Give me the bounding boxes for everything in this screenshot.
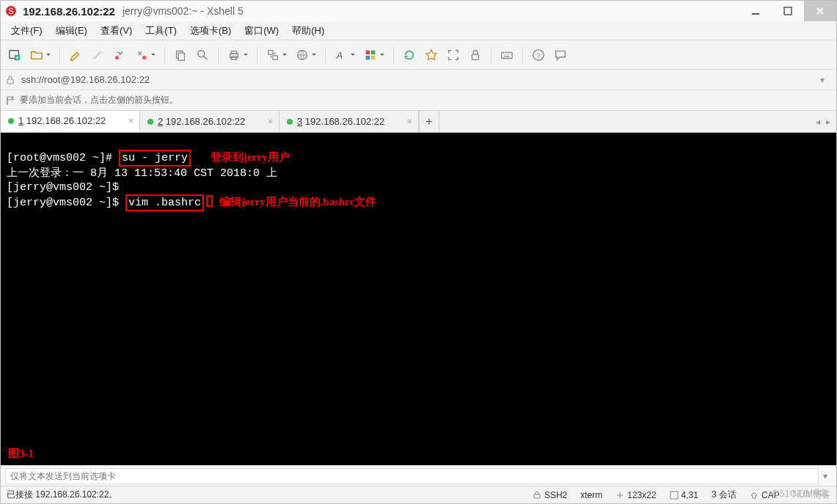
highlighted-command: su - jerry [119, 150, 191, 167]
menu-view[interactable]: 查看(V) [95, 21, 138, 40]
address-bar: ▾ [1, 70, 836, 90]
close-button[interactable] [804, 1, 836, 21]
title-rest: jerry@vms002:~ - Xshell 5 [123, 5, 244, 17]
annotation: 编辑jerry用户当前的.bashrc文件 [219, 196, 376, 208]
session-hint-bar: 要添加当前会话，点击左侧的箭头按钮。 [1, 90, 836, 111]
svg-rect-28 [534, 494, 540, 498]
status-sessions: 3 会话 [712, 489, 737, 501]
svg-point-8 [142, 55, 146, 59]
menu-bar: 文件(F) 编辑(E) 查看(V) 工具(T) 选项卡(B) 窗口(W) 帮助(… [1, 21, 836, 40]
tab-3[interactable]: 3 192.168.26.102:22 × [279, 111, 419, 132]
svg-rect-21 [366, 55, 370, 59]
tab-1[interactable]: 1 192.168.26.102:22 × [1, 111, 140, 132]
highlighted-command: vim .bashrc [125, 194, 204, 211]
refresh-icon[interactable] [400, 45, 419, 65]
hint-text: 要添加当前会话，点击左侧的箭头按钮。 [20, 94, 178, 106]
ssh-lock-icon [5, 75, 15, 85]
status-bar: 已接接 192.168.26.102:22。 SSH2 xterm 123x22… [1, 486, 836, 503]
menu-edit[interactable]: 编辑(E) [50, 21, 93, 40]
svg-rect-10 [178, 53, 184, 60]
color-scheme-icon[interactable] [361, 45, 387, 65]
fullscreen-icon[interactable] [444, 45, 463, 65]
address-dropdown-icon[interactable]: ▾ [820, 75, 832, 85]
open-folder-icon[interactable] [27, 45, 54, 65]
status-size: 123x22 [615, 490, 656, 500]
chat-icon[interactable] [551, 45, 570, 65]
menu-tabs[interactable]: 选项卡(B) [184, 21, 237, 40]
lock-icon[interactable] [466, 45, 485, 65]
svg-rect-29 [670, 492, 678, 499]
svg-rect-2 [752, 13, 759, 15]
maximize-button[interactable] [772, 1, 804, 21]
new-tab-button[interactable]: + [419, 111, 439, 132]
svg-rect-20 [371, 50, 375, 54]
status-term: xterm [580, 490, 602, 500]
tab-prev-icon[interactable]: ◂ [816, 117, 820, 127]
svg-rect-15 [268, 50, 273, 54]
status-num: NUM博客 [793, 489, 830, 501]
status-caps: CAP [750, 490, 780, 500]
tab-next-icon[interactable]: ▸ [826, 117, 830, 127]
annotation: 登录到jerry用户 [211, 151, 289, 163]
tab-close-icon[interactable]: × [267, 116, 273, 127]
toolbar: A ? [1, 40, 836, 70]
print-icon[interactable] [224, 45, 251, 65]
status-connected: 已接接 192.168.26.102:22。 [7, 489, 117, 501]
file-transfer-icon[interactable] [263, 45, 290, 65]
globe-icon[interactable] [293, 45, 319, 65]
svg-rect-27 [7, 79, 13, 84]
send-bar: ▾ [1, 465, 836, 486]
svg-text:?: ? [536, 51, 541, 59]
edit-icon[interactable] [66, 45, 85, 65]
reconnect-icon[interactable] [110, 45, 129, 65]
keyboard-icon[interactable] [497, 45, 516, 65]
svg-point-6 [100, 50, 103, 53]
flag-icon[interactable] [5, 95, 15, 106]
magic-wand-icon[interactable] [88, 45, 107, 65]
tabs-row: 1 192.168.26.102:22 × 2 192.168.26.102:2… [1, 111, 836, 133]
status-dot-icon [147, 119, 153, 125]
title-bar: S 192.168.26.102:22 jerry@vms002:~ - Xsh… [1, 1, 836, 21]
status-protocol: SSH2 [533, 490, 567, 500]
svg-point-11 [198, 50, 205, 56]
app-icon: S [5, 5, 17, 17]
new-window-icon[interactable] [5, 45, 24, 65]
terminal-area[interactable]: [root@vms002 ~]# su - jerry 登录到jerry用户 上… [1, 133, 836, 465]
tab-close-icon[interactable]: × [128, 115, 134, 126]
svg-rect-16 [273, 55, 277, 59]
send-mode-dropdown-icon[interactable]: ▾ [819, 471, 832, 481]
svg-rect-3 [784, 7, 792, 15]
menu-help[interactable]: 帮助(H) [286, 21, 330, 40]
prompt: [jerry@vms002 ~]$ [7, 181, 119, 194]
svg-text:S: S [9, 7, 14, 15]
figure-label: 图3-1 [8, 447, 34, 461]
menu-window[interactable]: 窗口(W) [238, 21, 285, 40]
status-pos: 4,31 [670, 490, 698, 500]
font-icon[interactable]: A [332, 45, 358, 65]
svg-rect-23 [472, 54, 479, 59]
svg-rect-13 [231, 51, 236, 54]
svg-rect-24 [502, 52, 512, 58]
address-input[interactable] [21, 74, 820, 85]
search-icon[interactable] [193, 45, 212, 65]
disconnect-icon[interactable] [132, 45, 158, 65]
svg-point-7 [115, 55, 119, 59]
minimize-button[interactable] [739, 1, 772, 21]
title-host: 192.168.26.102:22 [23, 5, 115, 18]
send-input[interactable] [5, 468, 819, 484]
prompt: [root@vms002 ~]# [7, 152, 112, 164]
terminal-output: 上一次登录：一 8月 13 11:53:40 CST 2018:0 上 [7, 167, 277, 180]
prompt: [jerry@vms002 ~]$ [7, 197, 119, 209]
menu-tools[interactable]: 工具(T) [139, 21, 183, 40]
tab-close-icon[interactable]: × [406, 116, 412, 127]
favorite-icon[interactable] [422, 45, 441, 65]
menu-file[interactable]: 文件(F) [5, 21, 48, 40]
help-icon[interactable]: ? [529, 45, 548, 65]
svg-rect-22 [371, 55, 375, 59]
svg-text:A: A [336, 50, 343, 60]
tab-2[interactable]: 2 192.168.26.102:22 × [140, 111, 279, 132]
svg-rect-19 [366, 50, 370, 54]
copy-icon[interactable] [171, 45, 190, 65]
status-dot-icon [8, 118, 14, 124]
status-dot-icon [287, 119, 293, 125]
